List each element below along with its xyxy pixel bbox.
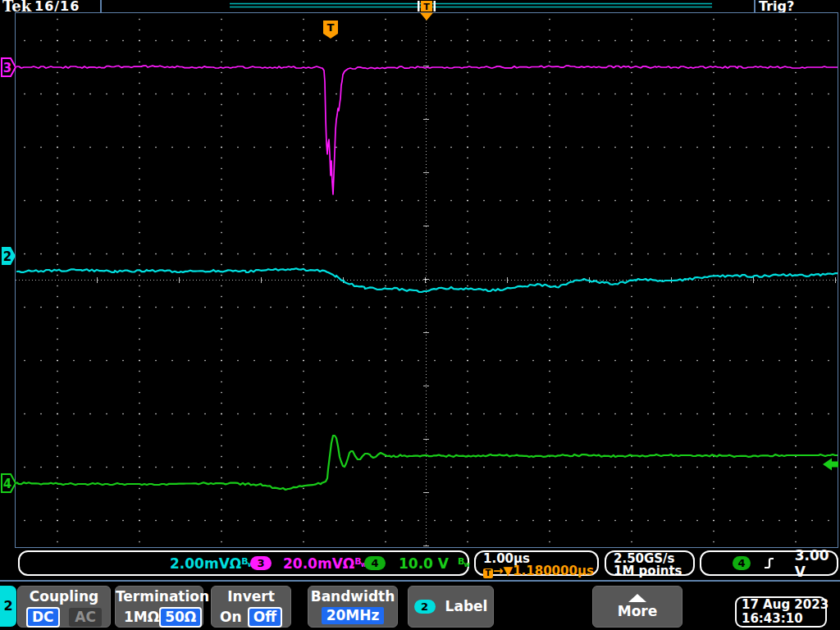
time-text: 16:43:10 [742, 612, 825, 626]
termination-1mohm-option[interactable]: 1MΩ [124, 609, 159, 626]
datetime-box: 17 Aug 2023 16:43:10 [735, 596, 827, 628]
invert-button[interactable]: Invert On Off [211, 586, 291, 628]
graticule [15, 12, 838, 548]
channel-3-marker[interactable]: 3 [2, 58, 16, 76]
coupling-dc-option[interactable]: DC [26, 607, 60, 628]
channel-2-badge[interactable]: 2 [137, 556, 158, 570]
expansion-bracket-left-icon [418, 1, 420, 11]
record-length: 1M points [614, 565, 693, 577]
date-text: 17 Aug 2023 [742, 598, 825, 612]
trigger-source-badge: 4 [733, 556, 751, 570]
acquisition-readout-box[interactable]: 2.50GS/s 1M points [605, 550, 695, 576]
more-label: More [618, 603, 658, 619]
termination-50ohm-option[interactable]: 50Ω [159, 607, 202, 628]
termination-button[interactable]: Termination 1MΩ 50Ω [115, 586, 203, 628]
center-horizontal-ticks [16, 277, 838, 283]
channel-4-marker[interactable]: 4 [2, 474, 16, 492]
rising-edge-slope-icon [764, 557, 774, 570]
expansion-bracket-right-icon [434, 1, 436, 11]
label-channel-badge: 2 [414, 600, 436, 614]
sample-rate: 2.50GS/s [614, 553, 693, 564]
channel-3-marker-label: 3 [3, 61, 11, 75]
coupling-ac-option[interactable]: AC [69, 608, 102, 627]
invert-on-option[interactable]: On [220, 609, 242, 626]
channel-readouts-box[interactable]: 2 2.00mVΩBw 3 20.0mVΩBw 4 10.0 V Bw [18, 550, 469, 576]
topbar-divider-right [754, 0, 756, 12]
channel-2-marker-label: 2 [3, 249, 11, 264]
label-button[interactable]: 2 Label [408, 586, 494, 628]
top-status-bar: Tek 16/16 Trig? [0, 0, 840, 12]
more-up-arrow-icon [628, 594, 646, 602]
channel-4-bw-limit-icon: Bw [458, 555, 470, 572]
bandwidth-button[interactable]: Bandwidth 20MHz [308, 586, 398, 628]
coupling-title: Coupling [18, 588, 110, 605]
termination-title: Termination [116, 588, 203, 605]
channel-3-badge[interactable]: 3 [250, 556, 272, 570]
topbar-divider-left [100, 0, 102, 12]
more-button[interactable]: More [592, 586, 682, 628]
coupling-button[interactable]: Coupling DC AC [17, 586, 111, 628]
channel-2-scale: 2.00mVΩBw [170, 555, 253, 572]
oscilloscope-screen: { "colors": { "magenta": "#ff1aff", "cya… [0, 0, 840, 630]
horizontal-readout-box[interactable]: 1.00µs T→▼1.180000µs [474, 550, 599, 576]
trigger-t-icon: T [483, 568, 493, 578]
menu-separator-line [0, 580, 840, 582]
trigger-delay: T→▼1.180000µs [483, 565, 597, 578]
channel-4-marker-label: 4 [3, 477, 11, 491]
label-text: Label [445, 598, 488, 615]
trigger-level-value: 3.00 V [795, 547, 837, 580]
active-channel-tab[interactable]: 2 [0, 586, 16, 627]
channel-4-scale: 10.0 V [399, 555, 449, 572]
bandwidth-value[interactable]: 20MHz [322, 607, 385, 624]
timebase-scale: 1.00µs [483, 553, 597, 564]
trigger-readout-box[interactable]: 4 3.00 V [700, 550, 838, 576]
channel-3-scale: 20.0mVΩBw [283, 555, 367, 572]
trigger-flag-letter: T [327, 21, 335, 34]
invert-off-option[interactable]: Off [248, 607, 282, 628]
expansion-t-letter: T [423, 2, 430, 12]
invert-title: Invert [212, 588, 290, 605]
channel-2-marker[interactable]: 2 [2, 247, 16, 265]
bandwidth-title: Bandwidth [308, 588, 397, 605]
channel-4-badge[interactable]: 4 [364, 556, 386, 570]
